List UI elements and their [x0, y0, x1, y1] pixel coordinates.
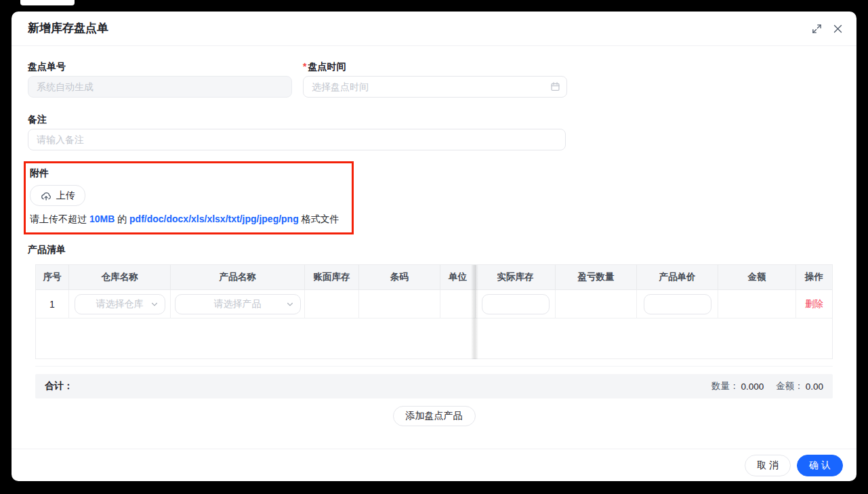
attachment-label: 附件 [30, 166, 344, 180]
cell-action: 删除 [796, 290, 832, 318]
warehouse-select-placeholder: 请选择仓库 [96, 298, 144, 310]
add-product-row: 添加盘点产品 [28, 406, 840, 426]
amount-label: 金额： [776, 380, 804, 392]
calendar-icon[interactable] [550, 82, 560, 92]
hint-size-limit: 10MB [89, 213, 115, 224]
screen-background: 新增库存盘点单 盘点单号 [0, 0, 868, 494]
unit-price-input[interactable] [644, 294, 711, 314]
field-order-no: 盘点单号 [28, 60, 292, 98]
product-select[interactable]: 请选择产品 [175, 294, 301, 314]
col-amount: 金额 [718, 265, 796, 290]
modal-title: 新增库存盘点单 [12, 12, 856, 45]
table-empty-area [36, 318, 832, 359]
cell-warehouse: 请选择仓库 [69, 290, 171, 318]
cell-product: 请选择产品 [171, 290, 305, 318]
col-actual-stock: 实际库存 [476, 265, 556, 290]
modal-header: 新增库存盘点单 [12, 12, 856, 46]
cell-book-stock [305, 290, 359, 318]
add-product-button[interactable]: 添加盘点产品 [393, 406, 476, 426]
hint-suffix: 格式文件 [299, 213, 339, 224]
add-stocktaking-modal: 新增库存盘点单 盘点单号 [12, 12, 856, 481]
col-product: 产品名称 [171, 265, 305, 290]
cell-actual-stock [476, 290, 556, 318]
upload-button-label: 上传 [56, 190, 75, 202]
cell-amount [718, 290, 796, 318]
cell-unit-price [637, 290, 718, 318]
table-scrollbar[interactable] [471, 265, 478, 359]
col-index: 序号 [36, 265, 69, 290]
col-book-stock: 账面库存 [305, 265, 359, 290]
hint-formats: pdf/doc/docx/xls/xlsx/txt/jpg/jpeg/png [129, 213, 299, 224]
cell-profit-loss-qty [556, 290, 637, 318]
qty-value: 0.000 [741, 382, 764, 392]
col-barcode: 条码 [359, 265, 440, 290]
remark-input[interactable] [28, 129, 566, 150]
page-edge-artifact [20, 0, 75, 5]
table-row: 1 请选择仓库 请选择产品 [36, 290, 832, 318]
hint-mid: 的 [115, 213, 129, 224]
modal-footer: 取 消 确 认 [12, 449, 856, 481]
col-unit-price: 产品单价 [637, 265, 718, 290]
chevron-down-icon [286, 300, 294, 308]
chevron-down-icon [150, 300, 159, 308]
total-label: 合计： [45, 380, 73, 392]
col-action: 操作 [796, 265, 832, 290]
upload-button[interactable]: 上传 [30, 185, 85, 206]
time-input[interactable] [303, 76, 567, 98]
qty-label: 数量： [711, 380, 739, 392]
delete-row-link[interactable]: 删除 [805, 298, 823, 310]
table-header-row: 序号 仓库名称 产品名称 账面库存 条码 单位 实际库存 盈亏数量 产品单价 金… [36, 265, 832, 290]
form-row-top: 盘点单号 *盘点时间 [28, 60, 840, 98]
actual-stock-input[interactable] [482, 294, 550, 314]
cell-barcode [359, 290, 440, 318]
summary-values: 数量： 0.000 金额： 0.00 [711, 380, 823, 392]
hint-prefix: 请上传不超过 [30, 213, 89, 224]
required-asterisk: * [303, 61, 306, 72]
fullscreen-icon[interactable] [812, 24, 822, 34]
amount-value: 0.00 [806, 382, 823, 392]
annotation-red-box: 附件 上传 请上传不超过 10MB 的 pdf/doc/docx/xls/xls… [24, 161, 354, 234]
time-label: *盘点时间 [303, 60, 567, 73]
upload-hint: 请上传不超过 10MB 的 pdf/doc/docx/xls/xlsx/txt/… [30, 212, 344, 226]
close-icon[interactable] [833, 24, 843, 34]
time-label-text: 盘点时间 [308, 61, 346, 72]
product-list-label: 产品清单 [28, 243, 840, 256]
col-warehouse: 仓库名称 [69, 265, 171, 290]
product-table: 序号 仓库名称 产品名称 账面库存 条码 单位 实际库存 盈亏数量 产品单价 金… [35, 264, 833, 359]
order-no-label: 盘点单号 [28, 60, 292, 73]
summary-bar: 合计： 数量： 0.000 金额： 0.00 [35, 374, 833, 398]
product-select-placeholder: 请选择产品 [214, 298, 262, 310]
col-profit-loss-qty: 盈亏数量 [556, 265, 637, 290]
cancel-button[interactable]: 取 消 [745, 455, 791, 476]
warehouse-select[interactable]: 请选择仓库 [75, 294, 165, 314]
remark-label: 备注 [28, 112, 840, 126]
cloud-upload-icon [40, 191, 51, 201]
order-no-input [28, 76, 292, 98]
cell-index: 1 [36, 290, 69, 318]
modal-body: 盘点单号 *盘点时间 [12, 46, 856, 449]
header-icons [812, 12, 843, 45]
field-time: *盘点时间 [303, 60, 567, 98]
confirm-button[interactable]: 确 认 [797, 455, 843, 476]
table-outer-edge [35, 359, 833, 367]
